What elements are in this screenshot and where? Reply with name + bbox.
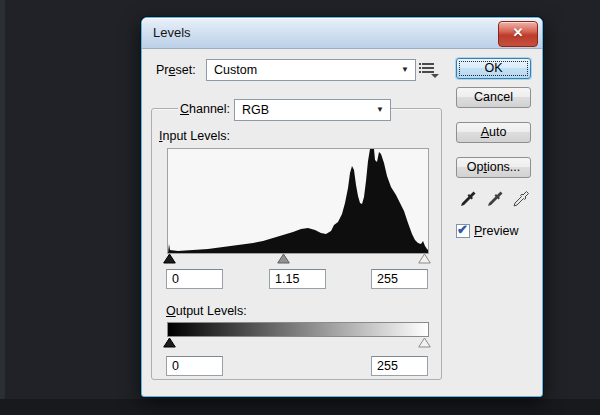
ok-button[interactable]: OK bbox=[456, 58, 531, 79]
background-panel-edge bbox=[0, 0, 5, 415]
highlight-input-field[interactable]: 255 bbox=[371, 269, 428, 289]
list-dot bbox=[419, 71, 421, 73]
background-bottom-band bbox=[0, 399, 600, 415]
output-levels-label: Output Levels: bbox=[166, 304, 247, 318]
input-levels-label: Input Levels: bbox=[159, 129, 230, 143]
chevron-down-icon: ▼ bbox=[376, 105, 384, 114]
midtone-input-slider[interactable] bbox=[277, 253, 290, 264]
auto-button[interactable]: Auto bbox=[456, 122, 531, 143]
histogram-shape bbox=[168, 149, 428, 253]
preset-dropdown[interactable]: Custom ▼ bbox=[206, 59, 416, 81]
highlight-output-slider[interactable] bbox=[418, 337, 431, 348]
preset-value: Custom bbox=[214, 63, 257, 77]
list-dot bbox=[419, 63, 421, 65]
channel-label: Channel: bbox=[178, 102, 234, 116]
options-button[interactable]: Options... bbox=[456, 157, 531, 178]
preview-checkbox[interactable]: ✔ bbox=[456, 224, 470, 238]
shadow-output-slider[interactable] bbox=[163, 337, 176, 348]
dialog-titlebar[interactable]: Levels ✕ bbox=[142, 18, 542, 49]
midtone-input-field[interactable]: 1.15 bbox=[269, 269, 326, 289]
close-icon: ✕ bbox=[513, 25, 524, 40]
list-line bbox=[422, 71, 434, 73]
close-button[interactable]: ✕ bbox=[498, 21, 538, 47]
output-gradient-bar bbox=[167, 322, 429, 337]
list-line bbox=[422, 63, 434, 65]
mini-dropdown-arrow-icon bbox=[431, 74, 439, 78]
list-dot bbox=[419, 67, 421, 69]
preset-label: Preset: bbox=[156, 63, 196, 77]
input-slider-track bbox=[161, 253, 433, 265]
preset-options-menu-icon[interactable] bbox=[419, 63, 441, 80]
output-slider-track bbox=[161, 337, 433, 349]
histogram bbox=[167, 148, 429, 254]
cancel-button[interactable]: Cancel bbox=[456, 87, 531, 108]
chevron-down-icon: ▼ bbox=[401, 65, 409, 74]
black-point-eyedropper-icon[interactable] bbox=[458, 189, 478, 209]
output-highlight-field[interactable]: 255 bbox=[371, 356, 428, 376]
shadow-input-slider[interactable] bbox=[163, 253, 176, 264]
white-point-eyedropper-icon[interactable] bbox=[511, 189, 531, 209]
list-line bbox=[422, 67, 434, 69]
checkmark-icon: ✔ bbox=[457, 222, 468, 237]
levels-dialog: Levels ✕ Preset: Custom ▼ OK Cancel Auto… bbox=[141, 17, 543, 397]
shadow-input-field[interactable]: 0 bbox=[166, 269, 223, 289]
gray-point-eyedropper-icon[interactable] bbox=[485, 189, 505, 209]
output-shadow-field[interactable]: 0 bbox=[166, 356, 223, 376]
channel-value: RGB bbox=[242, 103, 269, 117]
channel-dropdown[interactable]: RGB ▼ bbox=[234, 99, 391, 121]
dialog-title: Levels bbox=[153, 25, 191, 40]
highlight-input-slider[interactable] bbox=[418, 253, 431, 264]
preview-label: Preview bbox=[474, 224, 518, 238]
